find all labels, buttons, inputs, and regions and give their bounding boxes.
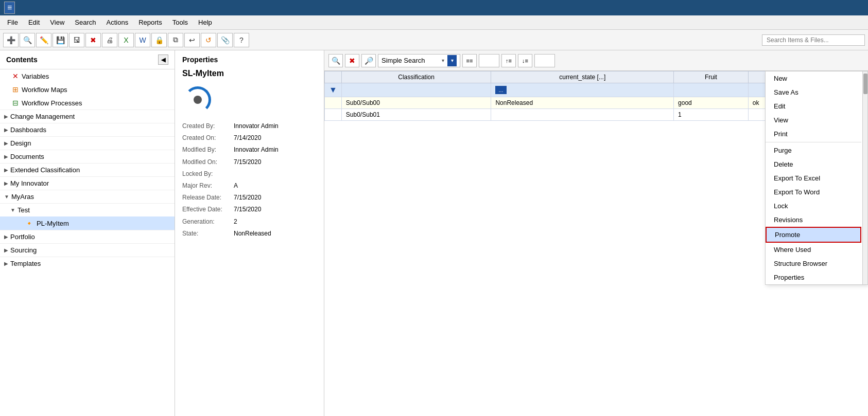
properties-title: Properties (182, 56, 317, 64)
sidebar-label-myaras: MyAras (11, 193, 34, 201)
sidebar-label-dashboards: Dashboards (10, 126, 46, 134)
word-btn[interactable]: W (135, 33, 150, 47)
menu-item-file[interactable]: File (2, 16, 23, 28)
grid-wrapper: Classificationcurrent_state [...]Fruitap… (324, 71, 868, 416)
toolbar: ➕🔍✏️💾🖫✖🖨XW🔒⧉↩↺📎? (0, 30, 868, 50)
menu-item-search[interactable]: Search (70, 16, 101, 28)
hamburger-menu[interactable]: ≡ (4, 2, 15, 14)
sort-desc-btn[interactable]: ↓≡ (518, 54, 532, 67)
sidebar-label-test: Test (18, 206, 30, 214)
attachment-btn[interactable]: 📎 (217, 33, 233, 47)
search-type-dropdown[interactable]: Simple Search ▾ ▾ (378, 54, 460, 67)
context-menu-item-new[interactable]: New (766, 71, 861, 85)
col-header-2[interactable]: current_state [...] (491, 71, 674, 83)
filter-cell-0[interactable]: ▼ (325, 83, 342, 97)
context-menu-item-print[interactable]: Print (766, 127, 861, 141)
prop-value: 7/15/2020 (234, 193, 261, 203)
lock-btn[interactable]: 🔒 (151, 33, 167, 47)
prop-label: Locked By: (182, 169, 234, 179)
prop-row: State:NonReleased (182, 229, 317, 239)
prop-label: Created On: (182, 133, 234, 143)
run-search-btn[interactable]: 🔍 (328, 54, 343, 67)
menu-item-view[interactable]: View (45, 16, 70, 28)
print-btn[interactable]: 🖨 (102, 33, 117, 47)
context-menu-item-lock[interactable]: Lock (766, 199, 861, 213)
context-menu-item-delete[interactable]: Delete (766, 157, 861, 171)
save-as-btn[interactable]: 🖫 (69, 33, 84, 47)
edit-btn[interactable]: ✏️ (36, 33, 51, 47)
context-menu-item-export-to-excel[interactable]: Export To Excel (766, 171, 861, 185)
sidebar-item-dashboards[interactable]: ▶Dashboards (0, 123, 175, 136)
sidebar-item-extended-classification[interactable]: ▶Extended Classification (0, 163, 175, 176)
sidebar-item-test[interactable]: ▼Test (0, 203, 175, 216)
arrow-icon-test: ▼ (10, 207, 15, 213)
sidebar-item-sourcing[interactable]: ▶Sourcing (0, 243, 175, 257)
sidebar-item-change-management[interactable]: ▶Change Management (0, 110, 175, 123)
context-menu-item-revisions[interactable]: Revisions (766, 213, 861, 227)
context-menu-item-export-to-word[interactable]: Export To Word (766, 185, 861, 199)
col-select-btn[interactable] (479, 54, 499, 67)
search-btn[interactable]: 🔍 (20, 33, 35, 47)
redo-btn[interactable]: ↺ (201, 33, 216, 47)
sidebar: Contents ◀ ✕Variables⊞Workflow Maps⊟Work… (0, 50, 175, 416)
sidebar-label-portfolio: Portfolio (10, 233, 35, 241)
search-type-label: Simple Search (381, 57, 440, 64)
sidebar-item-documents[interactable]: ▶Documents (0, 150, 175, 163)
saved-search-btn[interactable]: 🔎 (361, 54, 376, 67)
prop-row: Created By:Innovator Admin (182, 121, 317, 131)
menu-item-help[interactable]: Help (193, 16, 217, 28)
state-link[interactable]: NonReleased (495, 99, 533, 106)
sidebar-item-workflow-maps[interactable]: ⊞Workflow Maps (0, 83, 175, 96)
col-header-3[interactable]: Fruit (674, 71, 749, 83)
table-cell-1-2 (491, 109, 674, 121)
sidebar-item-workflow-processes[interactable]: ⊟Workflow Processes (0, 96, 175, 110)
excel-btn[interactable]: X (118, 33, 134, 47)
dropdown-btn[interactable]: ▾ (447, 55, 457, 66)
context-menu-item-structure-browser[interactable]: Structure Browser (766, 257, 861, 270)
menu-item-actions[interactable]: Actions (101, 16, 134, 28)
grid-view-btn[interactable]: ≡≡ (462, 54, 477, 67)
sort-asc-btn[interactable]: ↑≡ (501, 54, 516, 67)
context-menu-scrollbar[interactable] (862, 71, 867, 284)
context-menu-item-purge[interactable]: Purge (766, 143, 861, 157)
context-menu-item-promote[interactable]: Promote (766, 227, 861, 243)
filter-cell-2[interactable]: ... (491, 83, 674, 97)
clear-search-btn[interactable]: ✖ (345, 54, 359, 67)
menu-item-tools[interactable]: Tools (167, 16, 193, 28)
filter-cell-3[interactable] (674, 83, 749, 97)
copy-btn[interactable]: ⧉ (168, 33, 183, 47)
sidebar-item-portfolio[interactable]: ▶Portfolio (0, 230, 175, 243)
menu-item-reports[interactable]: Reports (133, 16, 167, 28)
help-btn[interactable]: ? (234, 33, 249, 47)
sidebar-icon-workflow-processes: ⊟ (12, 99, 19, 107)
arrow-icon-templates: ▶ (4, 261, 8, 266)
table-cell-0-0 (325, 97, 342, 109)
save-btn[interactable]: 💾 (53, 33, 68, 47)
sidebar-item-my-innovator[interactable]: ▶My Innovator (0, 176, 175, 190)
filter-btn[interactable]: ... (495, 86, 506, 94)
context-menu-item-where-used[interactable]: Where Used (766, 243, 861, 257)
sidebar-item-pl-myitem[interactable]: 🔸PL-MyItem (0, 216, 175, 230)
global-search-input[interactable] (762, 34, 865, 46)
sidebar-item-myaras[interactable]: ▼MyAras (0, 190, 175, 203)
menu-item-edit[interactable]: Edit (23, 16, 45, 28)
context-menu-item-edit[interactable]: Edit (766, 99, 861, 113)
prop-label: Modified On: (182, 157, 234, 167)
sidebar-icon-workflow-maps: ⊞ (12, 85, 19, 94)
sidebar-item-design[interactable]: ▶Design (0, 136, 175, 150)
arrow-icon-myaras: ▼ (4, 194, 9, 200)
prop-label: Major Rev: (182, 181, 234, 191)
context-menu-item-view[interactable]: View (766, 113, 861, 127)
col-header-1[interactable]: Classification (341, 71, 491, 83)
sidebar-collapse-btn[interactable]: ◀ (158, 55, 168, 65)
col-width-btn[interactable] (534, 54, 555, 67)
filter-cell-1[interactable] (341, 83, 491, 97)
undo-btn[interactable]: ↩ (184, 33, 200, 47)
add-btn[interactable]: ➕ (3, 33, 19, 47)
sidebar-item-variables[interactable]: ✕Variables (0, 69, 175, 83)
context-menu-item-save-as[interactable]: Save As (766, 85, 861, 99)
sidebar-item-templates[interactable]: ▶Templates (0, 257, 175, 270)
context-menu-item-properties[interactable]: Properties (766, 270, 861, 284)
delete-btn[interactable]: ✖ (85, 33, 101, 47)
prop-value: 7/15/2020 (234, 205, 261, 214)
